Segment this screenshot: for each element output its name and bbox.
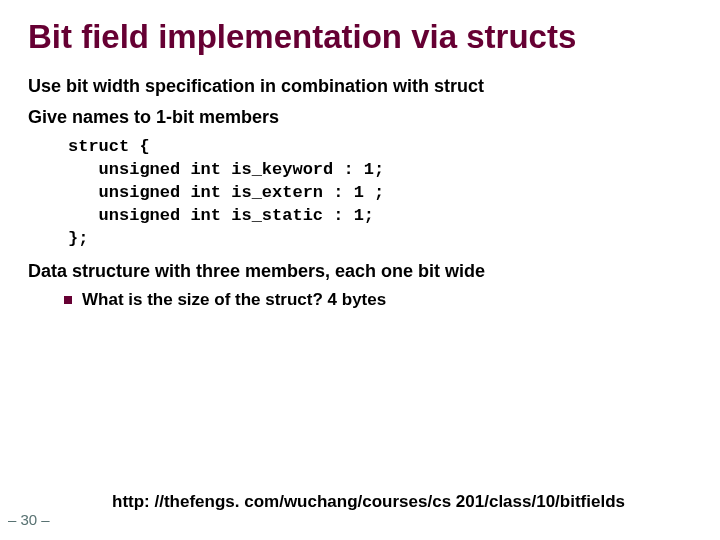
paragraph-1: Use bit width specification in combinati… — [28, 76, 692, 97]
paragraph-2: Give names to 1-bit members — [28, 107, 692, 128]
bullet-text: What is the size of the struct? 4 bytes — [82, 290, 386, 310]
code-block: struct { unsigned int is_keyword : 1; un… — [68, 136, 692, 251]
url-text: http: //thefengs. com/wuchang/courses/cs… — [112, 492, 625, 512]
paragraph-3: Data structure with three members, each … — [28, 261, 692, 282]
slide: Bit field implementation via structs Use… — [0, 0, 720, 540]
slide-title: Bit field implementation via structs — [28, 18, 692, 56]
page-number: – 30 – — [8, 511, 50, 528]
bullet-item: What is the size of the struct? 4 bytes — [64, 290, 692, 310]
square-bullet-icon — [64, 296, 72, 304]
